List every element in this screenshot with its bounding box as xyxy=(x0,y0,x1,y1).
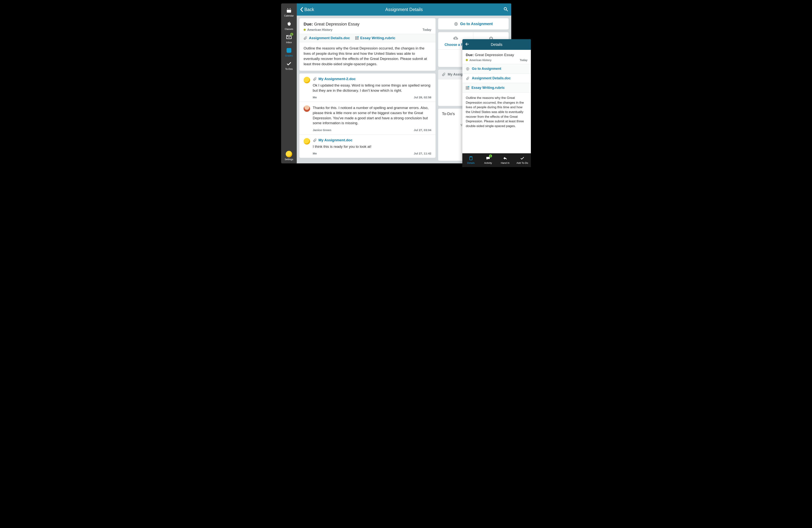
phone-app: Details Due: Great Depression Essay Amer… xyxy=(462,39,531,167)
assignment-title: Great Depression Essay xyxy=(475,53,514,57)
svg-text:+: + xyxy=(290,48,291,50)
inbox-badge: 2 xyxy=(290,32,293,36)
course-color-dot xyxy=(304,29,306,31)
page-title: Assignment Details xyxy=(297,7,511,12)
attachment-bar: Assignment Details.doc Essay Writing.rub… xyxy=(300,34,435,42)
rubric-icon xyxy=(466,86,469,90)
due-relative: Today xyxy=(423,28,431,32)
sidebar-item-label: Calendar xyxy=(284,14,294,17)
avatar xyxy=(304,138,310,145)
paperclip-icon xyxy=(441,72,446,76)
assignment-meta: American History Today xyxy=(304,28,431,32)
svg-rect-3 xyxy=(290,8,290,9)
sidebar-item-label: Settings xyxy=(285,158,293,161)
due-label: Due: xyxy=(466,53,474,57)
due-relative: Today xyxy=(520,59,527,62)
cloud-upload-icon xyxy=(453,35,459,41)
post-text: I think this is ready for you to look at… xyxy=(313,144,431,149)
activity-feed: My Assignment-2.doc Ok I updated the ess… xyxy=(300,73,435,158)
phone-tab-details[interactable]: Details xyxy=(462,153,479,167)
post-timestamp: Jul 27, 03:04 xyxy=(414,129,431,132)
svg-rect-1 xyxy=(287,9,291,10)
paperclip-icon xyxy=(303,36,307,40)
activity-post: My Assignment.doc I think this is ready … xyxy=(300,135,435,158)
chevron-left-icon xyxy=(300,7,303,12)
rubric-icon xyxy=(355,36,359,40)
post-author: Me xyxy=(313,152,317,155)
phone-bottom-tabs: Details 1 Activity Hand In Add To-Do xyxy=(462,153,531,167)
sidebar-item-label: Grades xyxy=(285,55,293,57)
phone-tab-activity[interactable]: 1 Activity xyxy=(479,153,497,167)
arrow-left-icon xyxy=(465,42,469,46)
post-attachment[interactable]: My Assignment-2.doc xyxy=(313,77,431,81)
svg-rect-2 xyxy=(288,8,288,9)
globe-icon xyxy=(454,22,458,26)
sidebar-item-calendar[interactable]: Calendar xyxy=(281,5,297,19)
go-to-assignment-button[interactable]: Go to Assignment xyxy=(438,18,509,29)
assignment-due-line: Due: Great Depression Essay xyxy=(304,22,431,27)
details-icon xyxy=(468,156,473,161)
phone-body: Due: Great Depression Essay American His… xyxy=(462,50,531,153)
phone-tab-handin[interactable]: Hand In xyxy=(497,153,514,167)
phone-go-to-assignment[interactable]: Go to Assignment xyxy=(462,64,531,73)
activity-post: My Assignment-2.doc Ok I updated the ess… xyxy=(300,73,435,102)
avatar xyxy=(304,77,310,83)
sidebar-item-classes[interactable]: Classes xyxy=(281,19,297,32)
avatar xyxy=(286,151,292,157)
phone-attachment-doc[interactable]: Assignment Details.doc xyxy=(462,73,531,83)
assignment-title: Great Depression Essay xyxy=(314,22,359,27)
paperclip-icon xyxy=(313,138,317,142)
attachment-details-doc[interactable]: Assignment Details.doc xyxy=(303,36,350,40)
attachment-rubric[interactable]: Essay Writing.rubric xyxy=(355,36,395,40)
sidebar-item-label: To-Dos xyxy=(285,68,293,70)
search-button[interactable] xyxy=(503,7,508,12)
post-author: Janice Green xyxy=(313,129,331,132)
phone-topbar: Details xyxy=(462,39,531,50)
apple-icon xyxy=(286,20,292,27)
paperclip-icon xyxy=(466,76,469,80)
phone-attachment-rubric[interactable]: Essay Writing.rubric xyxy=(462,83,531,92)
post-attachment[interactable]: My Assignment.doc xyxy=(313,138,431,142)
sidebar-item-todos[interactable]: To-Dos xyxy=(281,59,297,72)
back-button[interactable]: Back xyxy=(300,7,314,12)
assignment-header: Due: Great Depression Essay American His… xyxy=(300,18,435,34)
sidebar-item-settings[interactable]: Settings xyxy=(281,149,297,163)
activity-post: Thanks for this. I noticed a number of s… xyxy=(300,102,435,135)
phone-tab-addtodo[interactable]: Add To-Do xyxy=(514,153,531,167)
activity-badge: 1 xyxy=(489,154,492,157)
phone-assignment-description: Outline the reasons why the Great Depres… xyxy=(462,92,531,132)
search-icon xyxy=(503,7,508,12)
sidebar-item-inbox[interactable]: 2 Inbox xyxy=(281,32,297,45)
back-label: Back xyxy=(304,7,314,12)
globe-icon xyxy=(466,67,469,71)
sidebar-item-label: Inbox xyxy=(286,41,292,44)
post-timestamp: Jul 27, 11:42 xyxy=(414,152,431,155)
avatar xyxy=(304,105,310,112)
post-text: Thanks for this. I noticed a number of s… xyxy=(313,105,431,125)
phone-back-button[interactable] xyxy=(465,42,469,47)
course-name: American History xyxy=(304,28,333,32)
course-color-dot xyxy=(466,59,468,61)
post-text: Ok I updated the essay. Word is telling … xyxy=(313,83,431,93)
sidebar: Calendar Classes 2 Inbox + Grades xyxy=(281,3,297,163)
post-timestamp: Jul 28, 02:58 xyxy=(414,96,431,99)
grade-icon: + xyxy=(286,47,292,54)
reply-icon xyxy=(503,156,508,161)
svg-rect-12 xyxy=(470,156,472,157)
topbar: Back Assignment Details xyxy=(297,3,511,16)
post-author: Me xyxy=(313,96,317,99)
check-icon xyxy=(520,156,525,161)
phone-title: Details xyxy=(462,42,531,47)
sidebar-item-grades[interactable]: + Grades xyxy=(281,45,297,59)
check-icon xyxy=(286,60,292,67)
assignment-description: Outline the reasons why the Great Depres… xyxy=(300,42,435,71)
paperclip-icon xyxy=(313,77,317,81)
calendar-icon xyxy=(286,7,292,14)
phone-assignment-header: Due: Great Depression Essay American His… xyxy=(462,50,531,64)
due-label: Due: xyxy=(304,22,313,27)
assignment-card: Due: Great Depression Essay American His… xyxy=(300,18,435,71)
sidebar-item-label: Classes xyxy=(285,28,293,30)
course-name: American History xyxy=(466,59,491,62)
left-column: Due: Great Depression Essay American His… xyxy=(300,18,435,161)
